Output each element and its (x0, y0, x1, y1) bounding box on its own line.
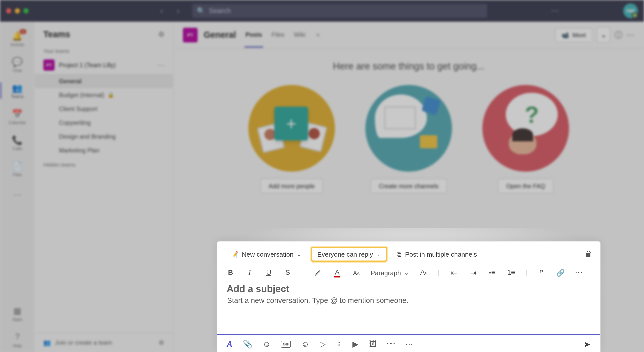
rail-more[interactable]: ⋯ (0, 182, 35, 207)
card-create-channels: Create more channels (365, 85, 452, 193)
paragraph-dropdown[interactable]: Paragraph⌄ (371, 269, 409, 277)
underline-button[interactable]: U (264, 269, 273, 277)
numbered-list-icon[interactable]: 1≡ (506, 269, 516, 277)
channel-budget[interactable]: Budget (Internal)🔒 (35, 88, 173, 102)
post-multiple-channels-button[interactable]: ⧉ Post in multiple channels (392, 248, 482, 261)
team-more-icon[interactable]: ⋯ (157, 61, 164, 69)
activity-badge: 1 (20, 29, 26, 34)
hidden-teams-label: Hidden teams (35, 157, 173, 169)
channel-marketing[interactable]: Marketing Plan (35, 143, 173, 157)
format-toggle-icon[interactable]: A (227, 340, 232, 349)
chevron-down-icon: ⌄ (297, 251, 301, 257)
rail-files[interactable]: 📄Files (0, 156, 35, 181)
chevron-down-icon: ⌄ (376, 251, 381, 257)
team-row[interactable]: PT Project 1 (Team Lilly) ⋯ (35, 56, 173, 74)
team-avatar: PT (43, 59, 55, 71)
copy-icon: ⧉ (397, 250, 401, 258)
bold-button[interactable]: B (226, 269, 235, 277)
tab-files[interactable]: Files (271, 22, 285, 48)
quote-button[interactable]: ❞ (537, 268, 546, 277)
card-open-faq: ? Open the FAQ (482, 85, 569, 193)
post-multiple-label: Post in multiple channels (405, 251, 477, 258)
reply-scope-label: Everyone can reply (317, 251, 373, 258)
channel-avatar: PT (183, 27, 198, 42)
app-rail: 🔔1 Activity 💬Chat 👥Teams 📅Calendar 📞Call… (0, 22, 35, 352)
back-button[interactable]: ‹ (154, 5, 169, 17)
card-add-people: + Add more people (248, 85, 335, 193)
stream-icon[interactable]: ♀ (336, 340, 342, 349)
join-team-label[interactable]: Join or create a team (55, 339, 112, 346)
font-size-button[interactable]: AA (351, 269, 361, 276)
search-input[interactable]: 🔍 Search (192, 4, 487, 18)
rail-activity[interactable]: 🔔1 Activity (0, 26, 35, 51)
teams-panel: Teams ⚙ Your teams PT Project 1 (Team Li… (35, 22, 173, 352)
welcome-section: Here are some things to get going... (173, 49, 644, 76)
channel-header: PT General Posts Files Wiki ＋ 📹Meet ⌄ ⓘ … (173, 22, 644, 49)
channel-client-support[interactable]: Client Support (35, 102, 173, 116)
channel-title: General (204, 30, 236, 40)
rail-label: Activity (11, 42, 24, 47)
info-icon[interactable]: ⓘ (615, 30, 622, 40)
new-conversation-dropdown[interactable]: 📝 New conversation ⌄ (225, 248, 306, 261)
channel-more-icon[interactable]: ⋯ (627, 30, 634, 40)
filter-icon[interactable]: ⚙ (158, 30, 164, 39)
channel-general[interactable]: General (35, 74, 173, 88)
gif-icon[interactable]: GIF (281, 341, 291, 348)
font-color-icon[interactable]: A (333, 268, 342, 277)
trash-icon[interactable]: 🗑 (585, 250, 592, 259)
tab-posts[interactable]: Posts (245, 22, 263, 48)
rail-chat[interactable]: 💬Chat (0, 52, 35, 77)
attachment-toolbar: A 📎 ☺ GIF ☺ ▷ ♀ ▶ 🖼 〰 ⋯ ➤ (217, 335, 600, 352)
italic-button[interactable]: I (245, 269, 254, 277)
rail-calls[interactable]: 📞Calls (0, 130, 35, 155)
more-icon[interactable]: ⋯ (551, 6, 559, 16)
compose-box: 📝 New conversation ⌄ Everyone can reply … (217, 241, 600, 352)
indent-icon[interactable]: ⇥ (468, 268, 478, 277)
reply-scope-dropdown[interactable]: Everyone can reply ⌄ (311, 247, 387, 262)
highlight-icon[interactable] (313, 269, 323, 277)
meet-button[interactable]: 📹Meet (555, 28, 592, 42)
chevron-down-icon: ⌄ (404, 269, 409, 277)
format-more-button[interactable]: ⋯ (575, 268, 583, 278)
create-channels-button[interactable]: Create more channels (371, 179, 447, 193)
channel-copywriting[interactable]: Copywriting (35, 116, 173, 130)
send-button[interactable]: ➤ (583, 339, 591, 349)
compose-icon: 📝 (230, 250, 238, 258)
youtube-icon[interactable]: ▶ (352, 339, 358, 349)
meet-caret[interactable]: ⌄ (597, 27, 610, 43)
search-placeholder: Search (209, 7, 231, 15)
rail-label: Apps (12, 317, 22, 322)
praise-icon[interactable]: 〰 (387, 340, 395, 349)
chevron-down-icon: ⌄ (601, 31, 606, 39)
new-conversation-label: New conversation (242, 251, 293, 258)
clear-formatting-icon[interactable]: Ax (419, 269, 428, 277)
welcome-heading: Here are some things to get going... (173, 61, 644, 72)
window-controls[interactable] (6, 8, 29, 14)
rail-apps[interactable]: ▦Apps (0, 301, 35, 326)
rail-help[interactable]: ？Help (0, 327, 35, 352)
message-body-input[interactable]: Start a new conversation. Type @ to ment… (217, 296, 600, 335)
image-icon[interactable]: 🖼 (369, 340, 377, 349)
channel-design[interactable]: Design and Branding (35, 130, 173, 143)
bulleted-list-icon[interactable]: •≡ (487, 269, 497, 277)
meet-now-icon[interactable]: ▷ (320, 339, 326, 349)
link-icon[interactable]: 🔗 (556, 268, 565, 277)
search-icon: 🔍 (197, 7, 205, 15)
profile-avatar[interactable]: NM (623, 4, 638, 18)
sticker-icon[interactable]: ☺ (301, 340, 309, 349)
open-faq-button[interactable]: Open the FAQ (498, 179, 553, 193)
video-icon: 📹 (561, 31, 569, 38)
emoji-icon[interactable]: ☺ (263, 340, 271, 349)
subject-input[interactable]: Add a subject (217, 281, 600, 296)
outdent-icon[interactable]: ⇤ (449, 268, 459, 277)
settings-icon[interactable]: ⚙ (159, 339, 164, 346)
strike-button[interactable]: S (283, 269, 293, 277)
forward-button[interactable]: › (171, 5, 186, 17)
tab-add[interactable]: ＋ (314, 22, 322, 48)
rail-calendar[interactable]: 📅Calendar (0, 104, 35, 129)
rail-teams[interactable]: 👥Teams (0, 78, 35, 103)
tab-wiki[interactable]: Wiki (293, 22, 306, 48)
add-people-button[interactable]: Add more people (260, 179, 323, 193)
attach-icon[interactable]: 📎 (243, 339, 252, 349)
attach-more-icon[interactable]: ⋯ (405, 339, 413, 349)
